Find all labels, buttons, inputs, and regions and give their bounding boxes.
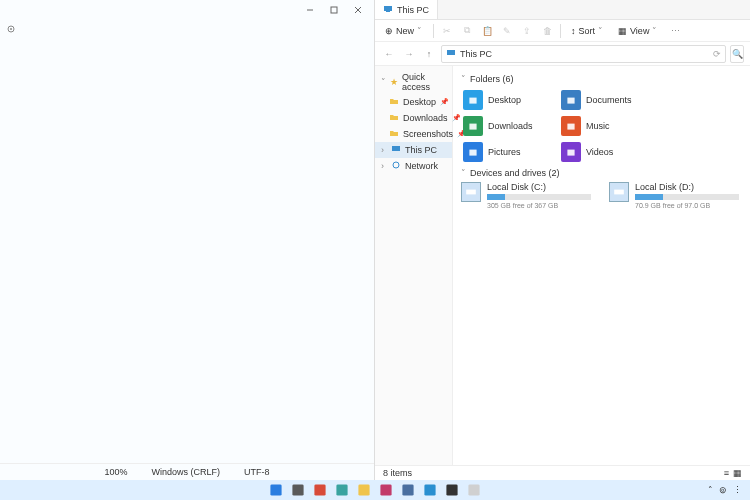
address-text: This PC (460, 49, 492, 59)
delete-icon[interactable]: 🗑 (540, 24, 554, 38)
tab-this-pc[interactable]: This PC (375, 0, 438, 19)
new-button[interactable]: ⊕ New ˅ (381, 26, 427, 36)
taskbar-search-icon[interactable] (290, 482, 306, 498)
sort-icon: ↕ (571, 26, 576, 36)
address-bar[interactable]: This PC ⟳ (441, 45, 726, 63)
pc-icon (383, 4, 393, 16)
section-folders[interactable]: ˅ Folders (6) (461, 74, 742, 84)
left-statusbar: 100% Windows (CRLF) UTF-8 (0, 463, 374, 480)
pc-icon (391, 144, 401, 156)
svg-point-10 (393, 162, 399, 168)
view-icon: ▦ (618, 26, 627, 36)
content-pane: ˅ Folders (6) DesktopDocumentsDownloadsM… (453, 66, 750, 465)
folder-downloads[interactable]: Downloads (461, 114, 557, 138)
view-button[interactable]: ▦ View ˅ (614, 26, 662, 36)
sidebar-quick-access[interactable]: ˅ ★ Quick access (375, 70, 452, 94)
paste-icon[interactable]: 📋 (480, 24, 494, 38)
separator (560, 24, 561, 38)
folder-icon (389, 96, 399, 108)
svg-rect-23 (358, 484, 369, 495)
chevron-right-icon: › (381, 145, 387, 155)
more-icon[interactable]: ⋯ (668, 24, 682, 38)
taskbar-settings-icon[interactable] (400, 482, 416, 498)
taskbar-terminal-icon[interactable] (444, 482, 460, 498)
status-encoding[interactable]: Windows (CRLF) (152, 467, 221, 477)
chevron-down-icon: ˅ (381, 77, 386, 87)
plus-icon: ⊕ (385, 26, 393, 36)
close-button[interactable] (346, 1, 370, 19)
gear-icon[interactable] (6, 24, 16, 36)
minimize-button[interactable] (298, 1, 322, 19)
chevron-down-icon: ˅ (461, 74, 467, 84)
details-view-icon[interactable]: ≡ (724, 468, 729, 478)
taskbar-iris-icon[interactable] (334, 482, 350, 498)
tray-expand-icon[interactable]: ˄ (708, 485, 713, 495)
folder-documents[interactable]: Documents (559, 88, 655, 112)
svg-rect-24 (380, 484, 391, 495)
svg-rect-26 (424, 484, 435, 495)
folder-desktop[interactable]: Desktop (461, 88, 557, 112)
taskbar-chrome-icon[interactable] (312, 482, 328, 498)
folder-pictures[interactable]: Pictures (461, 140, 557, 164)
svg-rect-14 (567, 124, 574, 130)
folder-music[interactable]: Music (559, 114, 655, 138)
maximize-button[interactable] (322, 1, 346, 19)
svg-rect-16 (567, 150, 574, 156)
svg-rect-6 (384, 6, 392, 11)
chevron-down-icon: ˅ (598, 26, 604, 36)
svg-rect-15 (469, 150, 476, 156)
taskbar-slack-icon[interactable] (378, 482, 394, 498)
tray-network-icon[interactable]: ⊚ (719, 485, 727, 495)
drive-local-disk--d--[interactable]: Local Disk (D:)70.9 GB free of 97.0 GB (609, 182, 739, 209)
svg-rect-28 (468, 484, 479, 495)
svg-rect-11 (469, 98, 476, 104)
folder-icon (561, 116, 581, 136)
taskbar: ˄ ⊚ ⋮ (0, 480, 750, 500)
drive-icon (609, 182, 629, 202)
cut-icon[interactable]: ✂ (440, 24, 454, 38)
svg-rect-17 (466, 190, 476, 195)
chevron-down-icon: ˅ (461, 168, 467, 178)
folder-videos[interactable]: Videos (559, 140, 655, 164)
pin-icon: 📌 (440, 98, 449, 106)
svg-point-5 (10, 28, 12, 30)
svg-rect-7 (386, 11, 390, 12)
forward-button[interactable]: → (401, 46, 417, 62)
status-charset[interactable]: UTF-8 (244, 467, 270, 477)
tray-wifi-icon[interactable]: ⋮ (733, 485, 742, 495)
drive-local-disk--c--[interactable]: Local Disk (C:)305 GB free of 367 GB (461, 182, 591, 209)
sidebar-item-desktop[interactable]: Desktop📌 (375, 94, 452, 110)
sidebar-network[interactable]: › Network (375, 158, 452, 174)
section-drives[interactable]: ˅ Devices and drives (2) (461, 168, 742, 178)
svg-rect-21 (314, 484, 325, 495)
folder-icon (463, 116, 483, 136)
svg-rect-9 (392, 146, 400, 151)
sidebar-this-pc[interactable]: › This PC (375, 142, 452, 158)
tiles-view-icon[interactable]: ▦ (733, 468, 742, 478)
sidebar: ˅ ★ Quick access Desktop📌Downloads📌Scree… (375, 66, 453, 465)
status-zoom[interactable]: 100% (104, 467, 127, 477)
star-icon: ★ (390, 77, 398, 87)
system-tray[interactable]: ˄ ⊚ ⋮ (708, 485, 742, 495)
taskbar-explorer-icon[interactable] (356, 482, 372, 498)
storage-bar (635, 194, 739, 200)
taskbar-vscode-icon[interactable] (422, 482, 438, 498)
chevron-down-icon: ˅ (652, 26, 658, 36)
folder-icon (463, 142, 483, 162)
taskbar-notepad-icon[interactable] (466, 482, 482, 498)
copy-icon[interactable]: ⧉ (460, 24, 474, 38)
chevron-right-icon: › (381, 161, 387, 171)
sidebar-item-downloads[interactable]: Downloads📌 (375, 110, 452, 126)
search-input[interactable]: 🔍 (730, 45, 744, 63)
back-button[interactable]: ← (381, 46, 397, 62)
sort-button[interactable]: ↕ Sort ˅ (567, 26, 608, 36)
taskbar-start-icon[interactable] (268, 482, 284, 498)
explorer-nav: ← → ↑ This PC ⟳ 🔍 (375, 42, 750, 66)
rename-icon[interactable]: ✎ (500, 24, 514, 38)
share-icon[interactable]: ⇪ (520, 24, 534, 38)
up-button[interactable]: ↑ (421, 46, 437, 62)
sidebar-item-screenshots[interactable]: Screenshots📌 (375, 126, 452, 142)
left-app-window: 100% Windows (CRLF) UTF-8 (0, 0, 375, 480)
chevron-down-icon: ˅ (417, 26, 423, 36)
refresh-icon[interactable]: ⟳ (713, 49, 721, 59)
